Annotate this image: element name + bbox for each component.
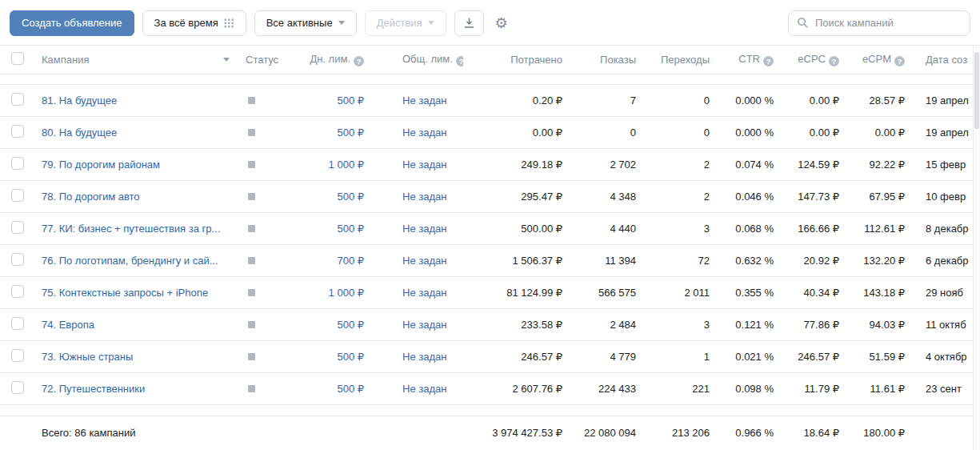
table-row[interactable]: 79. По дорогим районам1 000 ₽Не задан249…	[0, 149, 980, 181]
spent-value: 500.00 ₽	[463, 223, 569, 235]
table-row[interactable]: 78. По дорогим авто500 ₽Не задан295.47 ₽…	[0, 181, 980, 213]
row-checkbox[interactable]	[11, 189, 24, 202]
total-limit-link[interactable]: Не задан	[402, 287, 446, 299]
select-all-checkbox[interactable]	[11, 52, 24, 65]
total-limit-link[interactable]: Не задан	[402, 127, 446, 139]
ecpm-value: 143.18 ₽	[846, 287, 911, 299]
day-limit-link[interactable]: 1 000 ₽	[329, 159, 364, 171]
total-limit-link[interactable]: Не задан	[402, 319, 446, 331]
col-ecpm[interactable]: eCPM?	[846, 53, 911, 67]
total-limit-link[interactable]: Не задан	[402, 351, 446, 363]
campaign-link[interactable]: 79. По дорогим районам	[42, 159, 160, 171]
row-checkbox[interactable]	[11, 349, 24, 362]
total-impressions: 22 080 094	[569, 427, 642, 439]
row-checkbox[interactable]	[11, 285, 24, 298]
impressions-value: 2 484	[569, 319, 642, 331]
ecpm-value: 132.20 ₽	[846, 255, 911, 267]
search-box[interactable]	[788, 10, 970, 36]
col-day-limit[interactable]: Дн. лим.?	[282, 53, 370, 67]
period-button[interactable]: За всё время	[142, 10, 246, 36]
export-button[interactable]	[454, 10, 484, 36]
table-row[interactable]: 73. Южные страны500 ₽Не задан246.57 ₽4 7…	[0, 341, 980, 373]
table-row[interactable]: 76. По логотипам, брендингу и сай...700 …	[0, 245, 980, 277]
col-status[interactable]: Статус	[239, 54, 282, 66]
col-created[interactable]: Дата соз	[911, 54, 980, 66]
row-checkbox[interactable]	[11, 125, 24, 138]
ctr-value: 0.000 %	[716, 94, 780, 106]
total-limit-link[interactable]: Не задан	[402, 191, 446, 203]
total-limit-link[interactable]: Не задан	[402, 159, 446, 171]
total-ctr: 0.966 %	[716, 427, 780, 439]
ctr-value: 0.121 %	[716, 319, 780, 331]
row-checkbox[interactable]	[11, 317, 24, 330]
spent-value: 81 124.99 ₽	[463, 287, 569, 299]
campaign-link[interactable]: 81. На будущее	[42, 94, 117, 106]
impressions-value: 2 702	[569, 159, 642, 171]
scrollbar-thumb[interactable]	[974, 52, 979, 129]
table-row[interactable]: 81. На будущее500 ₽Не задан0.20 ₽700.000…	[0, 85, 980, 117]
created-date: 19 апрел	[911, 94, 980, 106]
col-clicks[interactable]: Переходы	[642, 54, 716, 66]
row-checkbox[interactable]	[11, 93, 24, 106]
total-limit-link[interactable]: Не задан	[402, 255, 446, 267]
ctr-value: 0.098 %	[716, 383, 780, 395]
table-row[interactable]: 72. Путешественники500 ₽Не задан2 607.76…	[0, 373, 980, 405]
impressions-value: 4 779	[569, 351, 642, 363]
ctr-value: 0.632 %	[716, 255, 780, 267]
campaign-link[interactable]: 72. Путешественники	[42, 383, 145, 395]
help-icon[interactable]: ?	[763, 56, 774, 66]
ecpc-value: 246.57 ₽	[780, 351, 846, 363]
status-stopped-icon	[248, 385, 255, 392]
status-stopped-icon	[248, 225, 255, 232]
day-limit-link[interactable]: 500 ₽	[337, 351, 364, 363]
row-checkbox[interactable]	[11, 381, 24, 394]
day-limit-link[interactable]: 500 ₽	[337, 319, 364, 331]
actions-dropdown[interactable]: Действия	[365, 10, 446, 36]
campaign-link[interactable]: 74. Европа	[42, 319, 94, 331]
day-limit-link[interactable]: 500 ₽	[337, 127, 364, 139]
day-limit-link[interactable]: 500 ₽	[337, 223, 364, 235]
col-ctr[interactable]: CTR?	[716, 53, 780, 67]
campaign-link[interactable]: 75. Контекстные запросы + iPhone	[42, 287, 208, 299]
col-ecpc[interactable]: eCPC?	[780, 53, 846, 67]
day-limit-link[interactable]: 500 ₽	[337, 191, 364, 203]
help-icon[interactable]: ?	[456, 56, 463, 66]
row-checkbox[interactable]	[11, 157, 24, 170]
row-checkbox[interactable]	[11, 221, 24, 234]
status-filter-dropdown[interactable]: Все активные	[254, 10, 357, 36]
table-row[interactable]: 77. КИ: бизнес + путешествия за гр...500…	[0, 213, 980, 245]
campaign-link[interactable]: 80. На будущее	[42, 127, 117, 139]
table-row[interactable]: 82. На будущее500 ₽Не задан0.21 ₽500.000…	[0, 74, 980, 85]
ecpm-value: 0.00 ₽	[846, 127, 911, 139]
campaign-link[interactable]: 76. По логотипам, брендингу и сай...	[42, 255, 218, 267]
search-input[interactable]	[815, 17, 962, 29]
total-limit-link[interactable]: Не задан	[402, 223, 446, 235]
created-date: 6 декабр	[911, 255, 980, 267]
col-impressions[interactable]: Показы	[569, 54, 642, 66]
campaign-link[interactable]: 73. Южные страны	[42, 351, 133, 363]
ecpc-value: 11.79 ₽	[780, 383, 846, 395]
table-row[interactable]: 80. На будущее500 ₽Не задан0.00 ₽000.000…	[0, 117, 980, 149]
total-ecpm: 180.00 ₽	[846, 427, 911, 439]
campaign-link[interactable]: 78. По дорогим авто	[42, 191, 140, 203]
row-checkbox[interactable]	[11, 253, 24, 266]
day-limit-link[interactable]: 700 ₽	[337, 255, 364, 267]
col-campaign[interactable]: Кампания	[35, 54, 239, 66]
vertical-scrollbar[interactable]	[973, 46, 980, 450]
help-icon[interactable]: ?	[354, 56, 364, 66]
create-ad-button[interactable]: Создать объявление	[10, 10, 134, 36]
total-limit-link[interactable]: Не задан	[402, 94, 446, 106]
help-icon[interactable]: ?	[829, 56, 839, 66]
day-limit-link[interactable]: 500 ₽	[337, 94, 364, 106]
col-total-limit[interactable]: Общ. лим.?	[370, 53, 463, 67]
settings-gear-button[interactable]: ⚙	[492, 14, 511, 32]
help-icon[interactable]: ?	[894, 56, 905, 66]
table-row[interactable]: 75. Контекстные запросы + iPhone1 000 ₽Н…	[0, 277, 980, 309]
campaign-link[interactable]: 77. КИ: бизнес + путешествия за гр...	[42, 223, 220, 235]
table-row[interactable]: 74. Европа500 ₽Не задан233.58 ₽2 48430.1…	[0, 309, 980, 341]
day-limit-link[interactable]: 1 000 ₽	[329, 287, 364, 299]
col-spent[interactable]: Потрачено	[463, 54, 569, 66]
day-limit-link[interactable]: 500 ₽	[337, 383, 364, 395]
total-limit-link[interactable]: Не задан	[402, 383, 446, 395]
spent-value: 233.58 ₽	[463, 319, 569, 331]
